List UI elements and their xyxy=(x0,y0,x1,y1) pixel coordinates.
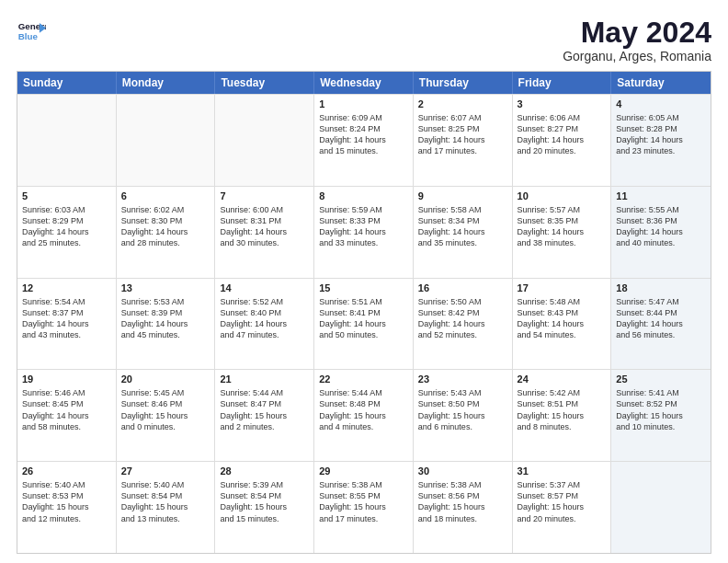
cal-cell-day-21: 21Sunrise: 5:44 AM Sunset: 8:47 PM Dayli… xyxy=(215,370,314,461)
cal-header-cell-monday: Monday xyxy=(117,72,216,94)
cell-info-text: Sunrise: 5:52 AM Sunset: 8:40 PM Dayligh… xyxy=(220,296,309,341)
cal-cell-empty-4-6 xyxy=(611,462,711,553)
cal-cell-day-7: 7Sunrise: 6:00 AM Sunset: 8:31 PM Daylig… xyxy=(215,187,314,278)
cell-info-text: Sunrise: 5:43 AM Sunset: 8:50 PM Dayligh… xyxy=(418,387,507,432)
title-block: May 2024 Gorganu, Arges, Romania xyxy=(563,17,711,63)
day-number: 1 xyxy=(319,98,408,111)
cal-header-cell-saturday: Saturday xyxy=(611,72,711,94)
cal-cell-day-17: 17Sunrise: 5:48 AM Sunset: 8:43 PM Dayli… xyxy=(513,279,612,370)
cal-cell-empty-0-1 xyxy=(117,95,216,186)
cal-cell-day-23: 23Sunrise: 5:43 AM Sunset: 8:50 PM Dayli… xyxy=(414,370,513,461)
day-number: 31 xyxy=(518,465,607,478)
cal-cell-empty-0-0 xyxy=(17,95,117,186)
day-number: 15 xyxy=(319,282,408,295)
day-number: 30 xyxy=(418,465,507,478)
day-number: 4 xyxy=(616,98,706,111)
day-number: 18 xyxy=(616,282,706,295)
day-number: 5 xyxy=(22,190,111,203)
cal-cell-day-20: 20Sunrise: 5:45 AM Sunset: 8:46 PM Dayli… xyxy=(117,370,216,461)
cell-info-text: Sunrise: 6:02 AM Sunset: 8:30 PM Dayligh… xyxy=(121,204,210,249)
cell-info-text: Sunrise: 6:03 AM Sunset: 8:29 PM Dayligh… xyxy=(22,204,111,249)
cal-cell-day-1: 1Sunrise: 6:09 AM Sunset: 8:24 PM Daylig… xyxy=(314,95,414,186)
cal-cell-day-10: 10Sunrise: 5:57 AM Sunset: 8:35 PM Dayli… xyxy=(513,187,612,278)
cell-info-text: Sunrise: 5:48 AM Sunset: 8:43 PM Dayligh… xyxy=(518,296,607,341)
day-number: 23 xyxy=(418,373,507,386)
cal-header-cell-tuesday: Tuesday xyxy=(215,72,314,94)
cal-cell-day-19: 19Sunrise: 5:46 AM Sunset: 8:45 PM Dayli… xyxy=(17,370,117,461)
day-number: 21 xyxy=(220,373,309,386)
logo-icon: General Blue xyxy=(17,17,46,46)
month-title: May 2024 xyxy=(563,17,711,49)
cal-cell-day-22: 22Sunrise: 5:44 AM Sunset: 8:48 PM Dayli… xyxy=(314,370,414,461)
day-number: 13 xyxy=(121,282,210,295)
calendar-body: 1Sunrise: 6:09 AM Sunset: 8:24 PM Daylig… xyxy=(17,94,711,553)
day-number: 25 xyxy=(616,373,706,386)
cell-info-text: Sunrise: 5:39 AM Sunset: 8:54 PM Dayligh… xyxy=(220,479,309,524)
day-number: 27 xyxy=(121,465,210,478)
svg-text:Blue: Blue xyxy=(18,31,39,41)
cell-info-text: Sunrise: 5:47 AM Sunset: 8:44 PM Dayligh… xyxy=(616,296,706,341)
cal-cell-day-6: 6Sunrise: 6:02 AM Sunset: 8:30 PM Daylig… xyxy=(117,187,216,278)
cal-header-cell-sunday: Sunday xyxy=(17,72,117,94)
cell-info-text: Sunrise: 5:58 AM Sunset: 8:34 PM Dayligh… xyxy=(418,204,507,249)
cell-info-text: Sunrise: 5:42 AM Sunset: 8:51 PM Dayligh… xyxy=(518,387,607,432)
day-number: 28 xyxy=(220,465,309,478)
day-number: 14 xyxy=(220,282,309,295)
cal-cell-day-4: 4Sunrise: 6:05 AM Sunset: 8:28 PM Daylig… xyxy=(611,95,711,186)
cal-cell-day-29: 29Sunrise: 5:38 AM Sunset: 8:55 PM Dayli… xyxy=(314,462,414,553)
calendar-header-row: SundayMondayTuesdayWednesdayThursdayFrid… xyxy=(17,72,711,94)
cal-header-cell-wednesday: Wednesday xyxy=(314,72,414,94)
calendar: SundayMondayTuesdayWednesdayThursdayFrid… xyxy=(17,71,711,554)
cal-cell-day-2: 2Sunrise: 6:07 AM Sunset: 8:25 PM Daylig… xyxy=(414,95,513,186)
cell-info-text: Sunrise: 5:37 AM Sunset: 8:57 PM Dayligh… xyxy=(518,479,607,524)
cal-cell-day-15: 15Sunrise: 5:51 AM Sunset: 8:41 PM Dayli… xyxy=(314,279,414,370)
cal-cell-day-28: 28Sunrise: 5:39 AM Sunset: 8:54 PM Dayli… xyxy=(215,462,314,553)
cal-cell-day-5: 5Sunrise: 6:03 AM Sunset: 8:29 PM Daylig… xyxy=(17,187,117,278)
header: General Blue May 2024 Gorganu, Arges, Ro… xyxy=(17,17,711,63)
cal-row-0: 1Sunrise: 6:09 AM Sunset: 8:24 PM Daylig… xyxy=(17,94,711,186)
day-number: 20 xyxy=(121,373,210,386)
cal-header-cell-thursday: Thursday xyxy=(414,72,513,94)
cell-info-text: Sunrise: 5:59 AM Sunset: 8:33 PM Dayligh… xyxy=(319,204,408,249)
cal-cell-day-11: 11Sunrise: 5:55 AM Sunset: 8:36 PM Dayli… xyxy=(611,187,711,278)
cell-info-text: Sunrise: 5:40 AM Sunset: 8:53 PM Dayligh… xyxy=(22,479,111,524)
cal-cell-day-9: 9Sunrise: 5:58 AM Sunset: 8:34 PM Daylig… xyxy=(414,187,513,278)
cal-cell-day-30: 30Sunrise: 5:38 AM Sunset: 8:56 PM Dayli… xyxy=(414,462,513,553)
day-number: 24 xyxy=(518,373,607,386)
day-number: 12 xyxy=(22,282,111,295)
day-number: 22 xyxy=(319,373,408,386)
day-number: 6 xyxy=(121,190,210,203)
cell-info-text: Sunrise: 5:44 AM Sunset: 8:47 PM Dayligh… xyxy=(220,387,309,432)
cal-cell-day-3: 3Sunrise: 6:06 AM Sunset: 8:27 PM Daylig… xyxy=(513,95,612,186)
day-number: 9 xyxy=(418,190,507,203)
cell-info-text: Sunrise: 5:44 AM Sunset: 8:48 PM Dayligh… xyxy=(319,387,408,432)
subtitle: Gorganu, Arges, Romania xyxy=(563,49,711,63)
cell-info-text: Sunrise: 5:50 AM Sunset: 8:42 PM Dayligh… xyxy=(418,296,507,341)
cal-cell-day-25: 25Sunrise: 5:41 AM Sunset: 8:52 PM Dayli… xyxy=(611,370,711,461)
cell-info-text: Sunrise: 5:38 AM Sunset: 8:55 PM Dayligh… xyxy=(319,479,408,524)
cell-info-text: Sunrise: 6:09 AM Sunset: 8:24 PM Dayligh… xyxy=(319,112,408,157)
page: General Blue May 2024 Gorganu, Arges, Ro… xyxy=(0,0,728,563)
cell-info-text: Sunrise: 5:38 AM Sunset: 8:56 PM Dayligh… xyxy=(418,479,507,524)
cell-info-text: Sunrise: 5:51 AM Sunset: 8:41 PM Dayligh… xyxy=(319,296,408,341)
cell-info-text: Sunrise: 6:00 AM Sunset: 8:31 PM Dayligh… xyxy=(220,204,309,249)
day-number: 29 xyxy=(319,465,408,478)
cal-cell-day-14: 14Sunrise: 5:52 AM Sunset: 8:40 PM Dayli… xyxy=(215,279,314,370)
cal-cell-day-31: 31Sunrise: 5:37 AM Sunset: 8:57 PM Dayli… xyxy=(513,462,612,553)
day-number: 11 xyxy=(616,190,706,203)
cell-info-text: Sunrise: 5:57 AM Sunset: 8:35 PM Dayligh… xyxy=(518,204,607,249)
cal-cell-day-26: 26Sunrise: 5:40 AM Sunset: 8:53 PM Dayli… xyxy=(17,462,117,553)
cal-row-2: 12Sunrise: 5:54 AM Sunset: 8:37 PM Dayli… xyxy=(17,278,711,370)
cal-cell-day-13: 13Sunrise: 5:53 AM Sunset: 8:39 PM Dayli… xyxy=(117,279,216,370)
cell-info-text: Sunrise: 5:40 AM Sunset: 8:54 PM Dayligh… xyxy=(121,479,210,524)
day-number: 3 xyxy=(518,98,607,111)
cal-cell-day-12: 12Sunrise: 5:54 AM Sunset: 8:37 PM Dayli… xyxy=(17,279,117,370)
day-number: 26 xyxy=(22,465,111,478)
day-number: 16 xyxy=(418,282,507,295)
cell-info-text: Sunrise: 6:05 AM Sunset: 8:28 PM Dayligh… xyxy=(616,112,706,157)
cell-info-text: Sunrise: 5:55 AM Sunset: 8:36 PM Dayligh… xyxy=(616,204,706,249)
cal-header-cell-friday: Friday xyxy=(513,72,612,94)
day-number: 2 xyxy=(418,98,507,111)
day-number: 8 xyxy=(319,190,408,203)
cell-info-text: Sunrise: 6:06 AM Sunset: 8:27 PM Dayligh… xyxy=(518,112,607,157)
